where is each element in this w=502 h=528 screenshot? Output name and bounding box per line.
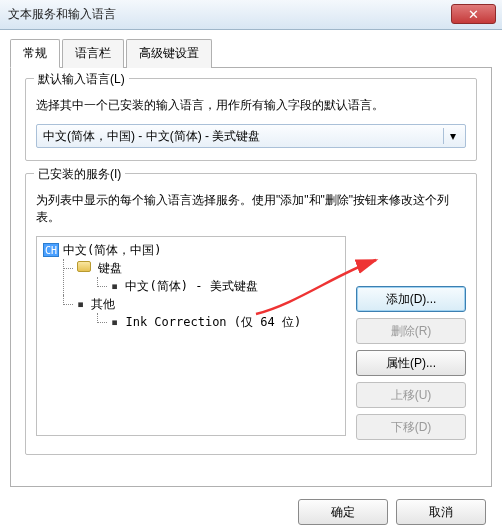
bullet-icon <box>77 297 91 311</box>
add-button[interactable]: 添加(D)... <box>356 286 466 312</box>
lang-badge-icon: CH <box>43 243 59 257</box>
window-title: 文本服务和输入语言 <box>8 6 494 23</box>
group-default-language: 默认输入语言(L) 选择其中一个已安装的输入语言，用作所有输入字段的默认语言。 … <box>25 78 477 161</box>
tab-langbar[interactable]: 语言栏 <box>62 39 124 68</box>
cancel-button[interactable]: 取消 <box>396 499 486 525</box>
ok-button[interactable]: 确定 <box>298 499 388 525</box>
services-button-column: 添加(D)... 删除(R) 属性(P)... 上移(U) 下移(D) <box>346 236 466 440</box>
properties-button[interactable]: 属性(P)... <box>356 350 466 376</box>
remove-button: 删除(R) <box>356 318 466 344</box>
tab-strip: 常规 语言栏 高级键设置 <box>10 39 492 68</box>
group-services: 已安装的服务(I) 为列表中显示的每个输入语言选择服务。使用"添加"和"删除"按… <box>25 173 477 455</box>
close-button[interactable]: ✕ <box>451 4 496 24</box>
tree-keyboard-item[interactable]: 中文(简体) - 美式键盘 <box>97 277 339 295</box>
tree-keyboard-group[interactable]: 键盘 中文(简体) - 美式键盘 <box>63 259 339 295</box>
tree-other-group[interactable]: 其他 Ink Correction (仅 64 位) <box>63 295 339 331</box>
default-language-combo[interactable]: 中文(简体，中国) - 中文(简体) - 美式键盘 ▾ <box>36 124 466 148</box>
services-desc: 为列表中显示的每个输入语言选择服务。使用"添加"和"删除"按钮来修改这个列表。 <box>36 192 466 226</box>
group-services-title: 已安装的服务(I) <box>34 166 125 183</box>
bullet-icon <box>111 279 125 293</box>
group-default-language-title: 默认输入语言(L) <box>34 71 129 88</box>
move-up-button: 上移(U) <box>356 382 466 408</box>
close-icon: ✕ <box>468 7 479 22</box>
services-area: CH 中文(简体，中国) 键盘 中文(简体) - 美式键盘 其他 <box>36 236 466 440</box>
titlebar: 文本服务和输入语言 ✕ <box>0 0 502 30</box>
bullet-icon <box>111 315 125 329</box>
tree-other-item[interactable]: Ink Correction (仅 64 位) <box>97 313 339 331</box>
tab-general[interactable]: 常规 <box>10 39 60 68</box>
tree-root-label: 中文(简体，中国) <box>63 241 161 259</box>
tree-other-label: 其他 <box>91 297 115 311</box>
tree-root[interactable]: CH 中文(简体，中国) <box>43 241 339 259</box>
tab-advanced[interactable]: 高级键设置 <box>126 39 212 68</box>
default-language-value: 中文(简体，中国) - 中文(简体) - 美式键盘 <box>43 128 260 145</box>
services-tree[interactable]: CH 中文(简体，中国) 键盘 中文(简体) - 美式键盘 其他 <box>36 236 346 436</box>
default-language-desc: 选择其中一个已安装的输入语言，用作所有输入字段的默认语言。 <box>36 97 466 114</box>
keyboard-folder-icon <box>77 261 91 272</box>
dialog-footer: 确定 取消 <box>10 499 486 525</box>
tabpage-general: 默认输入语言(L) 选择其中一个已安装的输入语言，用作所有输入字段的默认语言。 … <box>10 67 492 487</box>
dialog-body: 常规 语言栏 高级键设置 默认输入语言(L) 选择其中一个已安装的输入语言，用作… <box>0 30 502 528</box>
move-down-button: 下移(D) <box>356 414 466 440</box>
tree-keyboard-label: 键盘 <box>98 261 122 275</box>
chevron-down-icon: ▾ <box>443 128 461 144</box>
